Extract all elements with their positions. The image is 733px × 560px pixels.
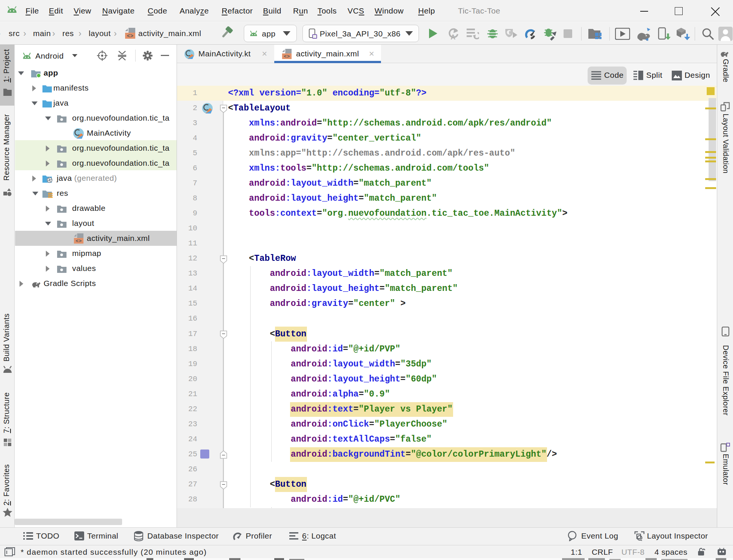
svg-text:<>: <> (76, 238, 82, 244)
svg-text:<>: <> (284, 54, 290, 59)
svg-text:A: A (450, 33, 455, 40)
svg-text:<>: <> (127, 33, 134, 39)
